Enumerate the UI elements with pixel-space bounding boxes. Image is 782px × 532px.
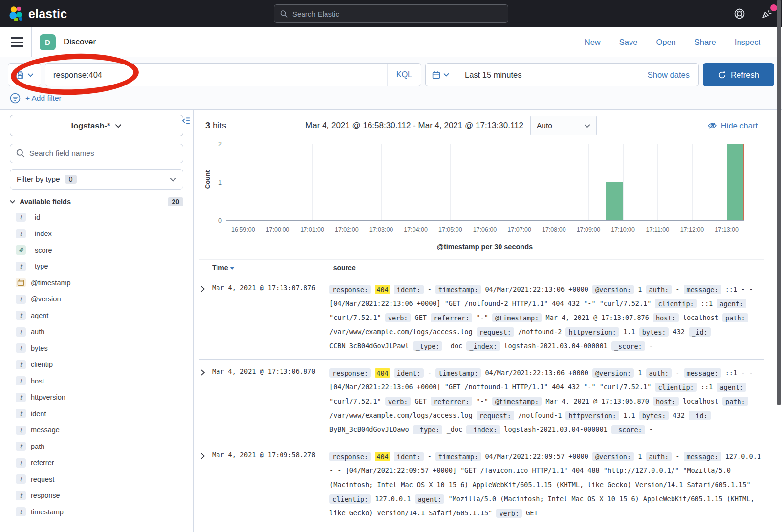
field-badge: auth:: [646, 368, 672, 378]
field-item-_index[interactable]: t_index: [10, 226, 183, 242]
source-text: logstash-2021.03.04-000001: [504, 342, 607, 350]
field-item-response[interactable]: tresponse: [10, 488, 183, 504]
interval-select[interactable]: Auto: [530, 116, 597, 135]
nav-action-open[interactable]: Open: [656, 38, 675, 47]
hide-chart-button[interactable]: Hide chart: [707, 121, 770, 130]
query-language-button[interactable]: KQL: [387, 64, 421, 86]
field-item-ident[interactable]: tident: [10, 405, 183, 422]
field-label: _type: [31, 262, 48, 270]
menu-icon[interactable]: [11, 37, 23, 47]
gridline: [588, 144, 589, 220]
field-item-_type[interactable]: t_type: [10, 258, 183, 275]
scrollbar[interactable]: [777, 0, 781, 405]
nav-action-new[interactable]: New: [585, 38, 601, 47]
histogram-bar[interactable]: [727, 144, 744, 220]
field-badge: host:: [653, 313, 679, 322]
gridline: [657, 144, 658, 220]
help-icon[interactable]: [733, 7, 746, 20]
field-item-host[interactable]: thost: [10, 373, 183, 389]
field-item-_id[interactable]: t_id: [10, 209, 183, 226]
eye-slash-icon: [707, 121, 717, 130]
gridline: [520, 144, 520, 220]
field-item-@timestamp[interactable]: @timestamp: [10, 275, 183, 291]
time-column-header[interactable]: Time: [212, 264, 329, 272]
source-text: _doc: [447, 426, 463, 433]
global-search-box[interactable]: [274, 4, 508, 23]
filter-icon[interactable]: [10, 93, 21, 104]
expand-row-button[interactable]: [199, 451, 208, 460]
field-item-httpversion[interactable]: thttpversion: [10, 389, 183, 406]
field-badge: _index:: [466, 341, 500, 351]
highlighted-term: 404: [375, 452, 390, 461]
logo-text: elastic: [28, 7, 67, 21]
elastic-logo[interactable]: elastic: [9, 6, 67, 21]
query-input[interactable]: [45, 70, 387, 80]
chevron-down-icon: [27, 73, 34, 77]
date-picker: Last 15 minutes Show dates: [425, 63, 699, 86]
field-item-request[interactable]: trequest: [10, 471, 183, 488]
field-search-box[interactable]: [10, 144, 183, 163]
saved-query-menu-button[interactable]: [8, 63, 41, 86]
source-text: "curl/7.52.1": [329, 314, 381, 321]
field-badge: response:: [329, 285, 371, 294]
nav-action-inspect[interactable]: Inspect: [735, 38, 760, 47]
news-feed-icon[interactable]: [760, 7, 773, 20]
highlighted-term: 404: [375, 285, 390, 294]
field-item-path[interactable]: tpath: [10, 438, 183, 455]
index-pattern-select[interactable]: logstash-*: [10, 115, 183, 136]
expand-row-button[interactable]: [199, 368, 208, 377]
query-section: KQL Last 15 minutes Show dates: [0, 57, 782, 110]
field-item-@version[interactable]: t@version: [10, 291, 183, 308]
field-item-auth[interactable]: tauth: [10, 324, 183, 340]
field-item-timestamp[interactable]: ttimestamp: [10, 504, 183, 520]
source-text: Mar 4, 2021 @ 17:13:06.870: [546, 397, 649, 405]
nav-action-share[interactable]: Share: [695, 38, 716, 47]
filter-count-badge: 0: [65, 175, 77, 184]
nav-action-save[interactable]: Save: [619, 38, 638, 47]
add-filter-button[interactable]: + Add filter: [25, 94, 62, 103]
notification-dot: [770, 4, 777, 11]
show-dates-link[interactable]: Show dates: [648, 70, 698, 80]
refresh-button[interactable]: Refresh: [703, 63, 774, 86]
field-item-bytes[interactable]: tbytes: [10, 340, 183, 357]
field-badge: @version:: [592, 285, 634, 294]
field-type-icon: t: [16, 491, 26, 500]
source-text: "-": [476, 314, 488, 321]
collapse-sidebar-icon[interactable]: [181, 117, 190, 125]
nav-divider: [31, 27, 32, 57]
date-quick-select-button[interactable]: [426, 64, 456, 86]
index-pattern-name: logstash-*: [71, 121, 110, 130]
field-item-_score[interactable]: #_score: [10, 242, 183, 258]
field-badge: httpversion:: [565, 411, 619, 420]
available-fields-toggle[interactable]: Available fields 20: [10, 197, 183, 206]
source-text: /notfound-2: [518, 328, 562, 336]
field-item-message[interactable]: tmessage: [10, 422, 183, 439]
expand-row-button[interactable]: [199, 284, 208, 293]
x-tick-label: 17:13:00: [715, 226, 739, 233]
source-text: logstash-2021.03.04-000001: [504, 426, 607, 433]
histogram-bar[interactable]: [606, 182, 623, 220]
field-badge: @timestamp:: [492, 397, 542, 406]
field-badge: ident:: [394, 452, 424, 461]
hits-label: hits: [213, 121, 226, 131]
field-badge: request:: [477, 327, 514, 337]
field-item-referrer[interactable]: treferrer: [10, 455, 183, 471]
field-item-agent[interactable]: tagent: [10, 307, 183, 324]
x-tick-label: 17:03:00: [369, 226, 393, 233]
doc-source: response: 404 ident: - timestamp: 04/Mar…: [329, 366, 764, 437]
field-search-input[interactable]: [29, 149, 177, 158]
field-badge: timestamp:: [435, 368, 481, 378]
gridline: [226, 182, 744, 182]
global-search-input[interactable]: [292, 10, 502, 18]
field-label: httpversion: [31, 393, 65, 401]
filter-by-type-select[interactable]: Filter by type 0: [10, 169, 183, 190]
source-column-header: _source: [329, 264, 764, 272]
time-range-value[interactable]: Last 15 minutes: [456, 70, 648, 80]
field-item-clientip[interactable]: tclientip: [10, 357, 183, 373]
source-text: ByBN_3cB04dGovJLOawo: [329, 426, 409, 433]
doc-source: response: 404 ident: - timestamp: 04/Mar…: [329, 282, 764, 353]
sort-descending-icon: [230, 267, 235, 270]
source-text: 1.1: [623, 411, 635, 419]
source-text: localhost: [683, 397, 718, 405]
source-text: localhost: [683, 314, 718, 321]
